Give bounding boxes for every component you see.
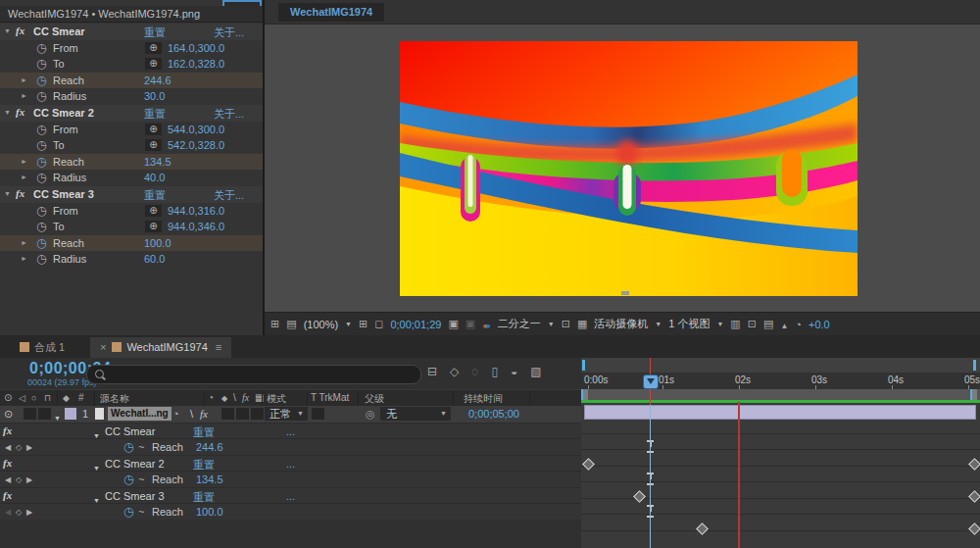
expander-icon[interactable]: ►: [21, 239, 27, 246]
graph-icon[interactable]: [138, 441, 144, 453]
property-label[interactable]: Reach: [152, 441, 183, 453]
effect-name[interactable]: CC Smear 3: [105, 490, 165, 502]
about-link[interactable]: 关于...: [214, 107, 244, 122]
collapse-triangle-icon[interactable]: ▼: [4, 27, 11, 34]
more-options[interactable]: [286, 458, 295, 470]
effect-header-row[interactable]: ▼ fx CC Smear 3 重置 关于...: [0, 186, 263, 203]
hide-shy-icon[interactable]: [471, 365, 478, 378]
property-value[interactable]: 244.6: [144, 75, 172, 86]
blend-mode-select[interactable]: 正常▼: [265, 407, 308, 421]
graph-editor-icon[interactable]: [530, 365, 541, 378]
stopwatch-icon[interactable]: ◷: [36, 220, 46, 233]
stopwatch-icon[interactable]: ◷: [36, 57, 46, 71]
fx-switch-icon[interactable]: [242, 392, 249, 403]
timeline-navigator[interactable]: [581, 358, 980, 374]
3d-toggle[interactable]: [251, 408, 264, 420]
property-value[interactable]: 30.0: [144, 90, 165, 102]
property-value[interactable]: 134.5: [144, 156, 172, 168]
property-label[interactable]: Reach: [152, 506, 183, 518]
fx-badge-icon[interactable]: fx: [16, 187, 24, 199]
mask-visibility-icon[interactable]: [374, 318, 383, 330]
reset-exposure-icon[interactable]: [795, 319, 802, 330]
expander-icon[interactable]: ►: [21, 255, 27, 262]
timeline-effect-row[interactable]: fx CC Smear 3 重置: [0, 487, 581, 504]
frame-blend-switch-icon[interactable]: [255, 392, 264, 403]
keyframe[interactable]: [582, 458, 595, 471]
quality-slash-icon[interactable]: [233, 392, 236, 403]
resolution-select[interactable]: 二分之一: [498, 317, 541, 331]
navigator-end-handle[interactable]: [973, 360, 976, 371]
property-value[interactable]: 944.0,346.0: [168, 221, 224, 232]
expander-icon[interactable]: ►: [21, 158, 27, 165]
point-crosshair-icon[interactable]: ⊕: [145, 58, 162, 70]
transparency-grid-icon[interactable]: [577, 318, 587, 330]
search-input[interactable]: [86, 365, 421, 384]
tab-composition-1[interactable]: 合成 1: [10, 337, 74, 358]
more-options[interactable]: [286, 490, 295, 502]
stopwatch-icon[interactable]: ◷: [36, 252, 46, 266]
number-column-icon[interactable]: [78, 392, 84, 403]
video-column-icon[interactable]: [4, 392, 12, 403]
primary-viewer-icon[interactable]: [286, 318, 296, 330]
property-value[interactable]: 944.0,316.0: [168, 205, 224, 217]
quality-switch[interactable]: [190, 408, 193, 420]
property-value[interactable]: 162.0,328.0: [168, 58, 224, 70]
lock-column-icon[interactable]: [44, 392, 51, 403]
property-value[interactable]: 60.0: [144, 253, 165, 265]
frame-blending-icon[interactable]: [491, 365, 498, 378]
point-crosshair-icon[interactable]: ⊕: [145, 42, 162, 54]
stopwatch-icon-animated[interactable]: ◷: [123, 505, 133, 519]
layer-visibility-icon[interactable]: [4, 408, 13, 421]
trkmat-header[interactable]: T TrkMat: [311, 392, 349, 403]
keyframe[interactable]: [968, 458, 980, 471]
time-ruler[interactable]: 0:00s 01s 02s 03s 04s 05s: [581, 373, 980, 390]
viewer-tab[interactable]: WechatIMG1974: [278, 3, 384, 22]
label-color-swatch[interactable]: [65, 408, 76, 420]
property-value[interactable]: 100.0: [196, 506, 223, 518]
stopwatch-icon-animated[interactable]: ◷: [123, 473, 133, 486]
about-link[interactable]: 关于...: [214, 25, 244, 40]
camera-select[interactable]: 活动摄像机: [594, 317, 648, 331]
stopwatch-icon[interactable]: ◷: [36, 204, 46, 218]
snapshot-icon[interactable]: [448, 318, 458, 330]
property-value[interactable]: 40.0: [144, 172, 165, 183]
layer-duration-bar[interactable]: [584, 405, 976, 420]
chevron-down-icon[interactable]: ▼: [716, 321, 723, 327]
fast-previews-icon[interactable]: [780, 319, 788, 330]
trkmat-select[interactable]: [312, 408, 324, 420]
expander-icon[interactable]: ►: [21, 174, 27, 180]
stopwatch-icon[interactable]: ◷: [36, 171, 46, 184]
property-value[interactable]: 542.0,328.0: [168, 139, 224, 151]
layer-expander-icon[interactable]: [54, 411, 61, 423]
fx-badge-icon[interactable]: fx: [16, 25, 24, 36]
add-keyframe-icon[interactable]: ◇: [16, 475, 22, 484]
layer-anchor-handle[interactable]: [621, 291, 629, 295]
chevron-down-icon[interactable]: ▼: [548, 321, 555, 327]
collapse-triangle-icon[interactable]: ▼: [4, 190, 11, 197]
fx-badge-icon[interactable]: fx: [16, 106, 24, 118]
work-area-start-handle[interactable]: [581, 389, 588, 400]
shy-switch-icon[interactable]: [172, 408, 179, 420]
composition-image[interactable]: [400, 41, 858, 296]
point-crosshair-icon[interactable]: ⊕: [145, 139, 162, 151]
point-crosshair-icon[interactable]: ⊕: [145, 221, 162, 232]
property-value[interactable]: 100.0: [144, 237, 172, 249]
motion-blur-toggle[interactable]: [236, 408, 249, 420]
graph-icon[interactable]: [138, 506, 144, 518]
next-keyframe-icon[interactable]: ▶: [26, 508, 32, 517]
property-label[interactable]: Reach: [152, 473, 183, 485]
parent-pickwhip-icon[interactable]: [366, 408, 375, 421]
about-link[interactable]: 关于...: [214, 188, 244, 203]
keyframe[interactable]: [696, 523, 709, 535]
more-options[interactable]: [286, 425, 295, 437]
solo-column-icon[interactable]: [31, 392, 36, 403]
layer-name[interactable]: WechatI...ng: [108, 407, 172, 421]
motion-blur-icon[interactable]: [511, 365, 517, 378]
magnification-select[interactable]: (100%): [304, 319, 338, 330]
pixel-aspect-icon[interactable]: [763, 318, 773, 330]
point-crosshair-icon[interactable]: ⊕: [145, 205, 162, 217]
effect-name[interactable]: CC Smear: [33, 25, 85, 37]
effect-name[interactable]: CC Smear 3: [33, 188, 94, 200]
keyframe[interactable]: [968, 523, 980, 535]
stopwatch-icon-animated[interactable]: ◷: [123, 440, 133, 454]
